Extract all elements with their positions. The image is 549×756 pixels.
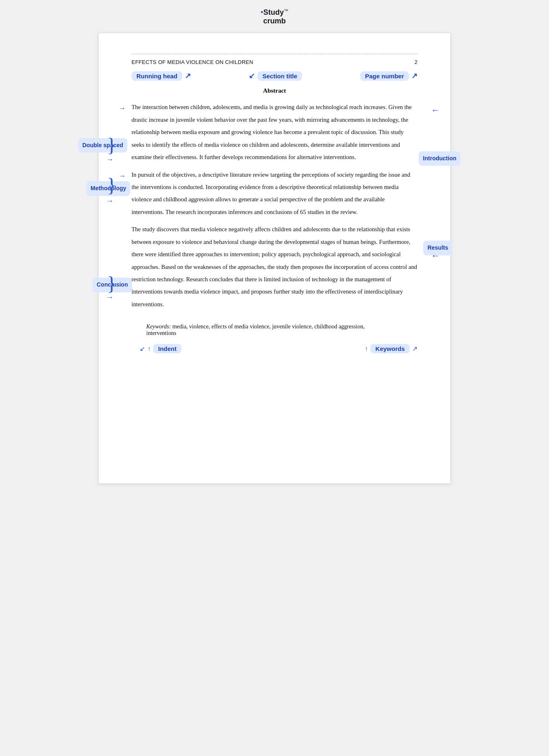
indent-arrow-left: ↙ bbox=[140, 345, 145, 353]
page-number-annotation-group: Page number ↗ bbox=[360, 71, 417, 81]
paragraph-1: → The interaction between children, adol… bbox=[132, 101, 417, 163]
paragraph-2: → In pursuit of the objectives, a descri… bbox=[132, 169, 417, 219]
keywords-arrow-left: ↑ bbox=[365, 345, 368, 353]
keywords-ann-group: ↑ Keywords ↗ bbox=[365, 344, 417, 353]
indent-arrow-right: ↑ bbox=[147, 345, 151, 353]
arrow-running-head: ↗ bbox=[185, 71, 191, 80]
bottom-annotation-row: ↙ ↑ Indent ↑ Keywords ↗ bbox=[132, 344, 417, 353]
introduction-label: Introduction bbox=[419, 151, 461, 166]
left-arrow-4: → bbox=[106, 194, 113, 209]
arrow-section-title-left: ↙ bbox=[249, 71, 255, 80]
right-arrow-1: ← bbox=[431, 101, 440, 120]
body-text: ← → The interaction between children, ad… bbox=[132, 101, 417, 310]
keywords-cont: interventions bbox=[146, 330, 176, 336]
annotation-row: Running head ↗ ↙ Section title Page numb… bbox=[132, 68, 417, 84]
right-arrow-2: ← bbox=[431, 246, 440, 265]
section-title-label: Section title bbox=[257, 71, 302, 81]
running-head-label: Running head bbox=[132, 71, 182, 81]
page: EFFECTS OF MEDIA VIOLENCE ON CHILDREN 2 … bbox=[98, 33, 451, 484]
page-number-label: Page number bbox=[360, 71, 409, 81]
keywords-label-ann: Keywords bbox=[370, 344, 410, 353]
indent-group: ↙ ↑ Indent bbox=[140, 344, 181, 353]
keywords-arrow-right: ↗ bbox=[412, 345, 417, 353]
running-head-annotation-group: Running head ↗ bbox=[132, 71, 191, 81]
abstract-title: Abstract bbox=[132, 87, 417, 94]
double-spaced-label: Double spaced bbox=[78, 138, 127, 153]
section-title-annotation-group: ↙ Section title bbox=[249, 71, 302, 81]
page-header: EFFECTS OF MEDIA VIOLENCE ON CHILDREN 2 bbox=[132, 59, 417, 65]
dashed-divider bbox=[132, 54, 417, 54]
arrow-page-number: ↗ bbox=[411, 71, 417, 80]
logo-crumb: crumb bbox=[261, 17, 288, 25]
keywords-line: Keywords: media, violence, effects of me… bbox=[132, 323, 417, 337]
keywords-text: media, violence, effects of media violen… bbox=[172, 323, 365, 330]
left-arrow-5: → bbox=[106, 290, 113, 305]
page-number-text: 2 bbox=[415, 59, 417, 65]
logo-study: Study bbox=[263, 8, 284, 16]
indent-label: Indent bbox=[153, 344, 181, 353]
logo: •Study™ crumb bbox=[261, 8, 288, 25]
left-arrow-1: → bbox=[118, 101, 126, 116]
logo-tm: ™ bbox=[284, 8, 288, 13]
running-head-text: EFFECTS OF MEDIA VIOLENCE ON CHILDREN bbox=[132, 59, 253, 65]
keywords-label: Keywords: bbox=[146, 323, 171, 330]
paragraph-3: The study discovers that media violence … bbox=[132, 223, 417, 310]
